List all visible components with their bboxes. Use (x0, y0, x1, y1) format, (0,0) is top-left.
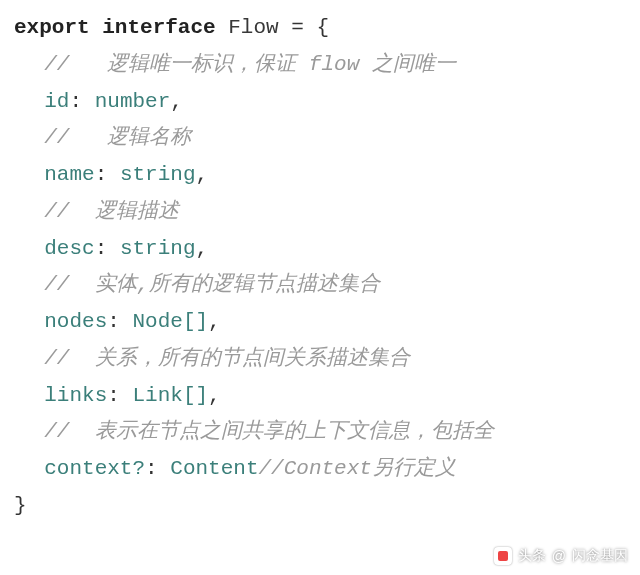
comment-name: // 逻辑名称 (44, 126, 191, 149)
colon: : (95, 237, 108, 260)
comma: , (208, 384, 221, 407)
watermark-author: 闪念基因 (572, 547, 628, 565)
comment-trailing: //Context另行定义 (259, 457, 456, 480)
brace-open: { (317, 16, 330, 39)
colon: : (69, 90, 82, 113)
comma: , (208, 310, 221, 333)
type-content: Content (170, 457, 258, 480)
prop-context: context? (44, 457, 145, 480)
comment-nodes: // 实体,所有的逻辑节点描述集合 (44, 273, 380, 296)
equals: = (291, 16, 304, 39)
comma: , (170, 90, 183, 113)
keyword-interface: interface (102, 16, 215, 39)
colon: : (95, 163, 108, 186)
type-name: Flow (228, 16, 278, 39)
watermark: 头条@闪念基因 (494, 547, 628, 565)
comma: , (196, 163, 209, 186)
comment-context: // 表示在节点之间共享的上下文信息，包括全 (44, 420, 493, 443)
type-link-array: Link[] (132, 384, 208, 407)
prop-links: links (44, 384, 107, 407)
watermark-at: @ (552, 548, 566, 564)
prop-desc: desc (44, 237, 94, 260)
type-string: string (120, 163, 196, 186)
colon: : (107, 310, 120, 333)
type-string2: string (120, 237, 196, 260)
prop-nodes: nodes (44, 310, 107, 333)
code-block: export interface Flow = { // 逻辑唯一标识，保证 f… (0, 0, 640, 535)
toutiao-logo-icon (494, 547, 512, 565)
prop-id: id (44, 90, 69, 113)
prop-name: name (44, 163, 94, 186)
colon: : (145, 457, 158, 480)
watermark-prefix: 头条 (518, 547, 546, 565)
colon: : (107, 384, 120, 407)
brace-close: } (14, 494, 27, 517)
comment-id: // 逻辑唯一标识，保证 flow 之间唯一 (44, 53, 456, 76)
type-node-array: Node[] (132, 310, 208, 333)
comment-desc: // 逻辑描述 (44, 200, 178, 223)
comment-links: // 关系，所有的节点间关系描述集合 (44, 347, 409, 370)
type-number: number (95, 90, 171, 113)
keyword-export: export (14, 16, 90, 39)
comma: , (196, 237, 209, 260)
